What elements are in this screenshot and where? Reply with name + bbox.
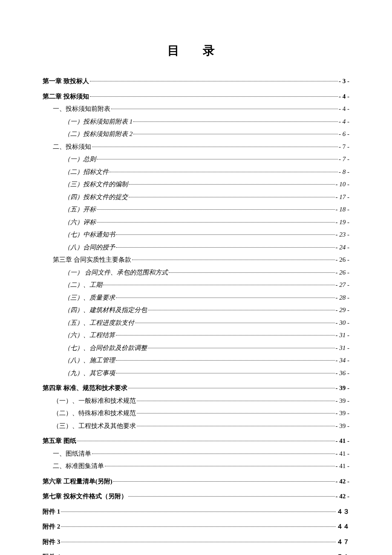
- toc-entry-page: - 31 -: [336, 330, 350, 341]
- toc-entry-label: （七）中标通知书: [64, 229, 115, 240]
- toc-entry-label: （二）、特殊标准和技术规范: [53, 408, 136, 419]
- toc-entry: （六）、工程结算- 31 -: [64, 330, 349, 341]
- toc-entry-page: - 41 -: [336, 436, 350, 447]
- toc-leader-dots: [133, 121, 338, 122]
- toc-entry: 附件 4５１: [43, 552, 349, 555]
- toc-entry-label: 一、图纸清单: [53, 448, 91, 460]
- toc-entry: 第四章 标准、规范和技术要求- 39 -: [43, 383, 349, 394]
- toc-entry-label: （一）总则: [64, 154, 96, 165]
- toc-entry: （二）招标文件- 8 -: [64, 167, 349, 178]
- toc-entry-page: - 7 -: [339, 154, 349, 165]
- toc-leader-dots: [113, 481, 335, 482]
- toc-entry: （八）合同的授予- 24 -: [64, 242, 349, 253]
- toc-leader-dots: [137, 413, 335, 413]
- toc-entry-page: - 24 -: [336, 242, 350, 253]
- toc-entry-label: （三）、质量要求: [64, 292, 115, 304]
- toc-leader-dots: [133, 134, 338, 134]
- toc-leader-dots: [116, 247, 335, 248]
- toc-entry-label: （一）投标须知前附表 1: [64, 116, 133, 127]
- toc-entry-page: - 39 -: [336, 383, 350, 394]
- toc-entry-label: （二）招标文件: [64, 167, 109, 178]
- toc-leader-dots: [61, 542, 336, 542]
- toc-leader-dots: [116, 373, 335, 373]
- toc-entry-label: 附件 2: [43, 521, 60, 532]
- toc-entry: （七）中标通知书- 23 -: [64, 229, 349, 240]
- toc-entry-page: - 10 -: [336, 179, 350, 190]
- toc-entry-page: - 41 -: [336, 448, 350, 460]
- toc-entry: 第一章 致投标人- 3 -: [43, 76, 349, 87]
- toc-leader-dots: [97, 209, 335, 210]
- toc-entry-page: ５１: [337, 552, 349, 555]
- toc-entry: 第五章 图纸- 41 -: [43, 436, 349, 447]
- toc-leader-dots: [92, 147, 338, 147]
- toc-entry-label: （一） 合同文件、承包的范围和方式: [64, 267, 168, 278]
- toc-leader-dots: [116, 360, 335, 361]
- toc-entry-label: （四）、建筑材料及指定分包: [64, 305, 147, 316]
- toc-entry-label: （七）、合同价款及价款调整: [64, 343, 147, 354]
- toc-entry: 附件 2４４: [43, 521, 349, 532]
- toc-entry-label: （九）、其它事项: [64, 368, 115, 379]
- toc-entry-label: （五）开标: [64, 204, 96, 215]
- toc-entry-label: 第四章 标准、规范和技术要求: [43, 383, 127, 394]
- toc-entry: （二）投标须知前附表 2- 6 -: [64, 129, 349, 140]
- toc-entry-page: - 7 -: [339, 142, 349, 153]
- toc-entry-label: 第五章 图纸: [43, 436, 76, 447]
- toc-entry-page: ４７: [337, 537, 349, 548]
- toc-entry: 第七章 投标文件格式（另附）- 42 -: [43, 491, 349, 502]
- toc-entry-label: （五）、工程进度款支付: [64, 318, 134, 329]
- toc-leader-dots: [148, 310, 335, 310]
- toc-entry-page: - 30 -: [336, 318, 350, 329]
- toc-entry: （一）、一般标准和技术规范- 39 -: [53, 396, 349, 407]
- toc-entry-page: - 28 -: [336, 292, 350, 304]
- toc-entry: 一、图纸清单- 41 -: [53, 448, 349, 460]
- toc-entry: （二）、特殊标准和技术规范- 39 -: [53, 408, 349, 419]
- toc-entry: 第六章 工程量清单(另附)- 42 -: [43, 476, 349, 487]
- toc-leader-dots: [169, 272, 335, 273]
- toc-leader-dots: [116, 335, 335, 335]
- toc-entry-page: - 39 -: [336, 408, 350, 419]
- toc-entry-label: （六）评标: [64, 217, 96, 228]
- toc-entry-label: 第七章 投标文件格式（另附）: [43, 491, 127, 502]
- toc-entry: （六）评标- 19 -: [64, 217, 349, 228]
- toc-container: 第一章 致投标人- 3 -第二章 投标须知- 4 -一、投标须知前附表- 4 -…: [43, 76, 349, 555]
- toc-entry-label: （四）投标文件的提交: [64, 192, 128, 203]
- toc-entry-page: - 4 -: [339, 104, 349, 115]
- toc-leader-dots: [128, 388, 335, 388]
- toc-entry-label: 第一章 致投标人: [43, 76, 89, 87]
- toc-leader-dots: [129, 197, 335, 197]
- toc-entry: （一） 合同文件、承包的范围和方式- 26 -: [64, 267, 349, 278]
- toc-entry-label: （八）、施工管理: [64, 355, 115, 366]
- toc-entry-label: 第三章 合同实质性主要条款: [53, 254, 131, 266]
- toc-leader-dots: [132, 260, 335, 260]
- toc-leader-dots: [148, 348, 335, 348]
- toc-leader-dots: [111, 109, 338, 109]
- toc-entry: （二）、工期- 27 -: [64, 280, 349, 291]
- toc-entry-page: - 42 -: [336, 491, 350, 502]
- toc-entry-page: - 18 -: [336, 204, 350, 215]
- toc-entry-page: - 8 -: [339, 167, 349, 178]
- toc-leader-dots: [116, 298, 335, 298]
- toc-leader-dots: [61, 512, 336, 512]
- toc-entry-label: （三）、工程技术及其他要求: [53, 421, 136, 432]
- toc-entry-label: （三）投标文件的编制: [64, 179, 128, 190]
- toc-entry: 第三章 合同实质性主要条款- 26 -: [53, 254, 349, 266]
- toc-entry-page: - 3 -: [339, 76, 349, 87]
- toc-entry-label: 附件 3: [43, 537, 60, 548]
- toc-entry-page: - 27 -: [336, 280, 350, 291]
- toc-entry-page: - 6 -: [339, 129, 349, 140]
- toc-entry: （三）、工程技术及其他要求- 39 -: [53, 421, 349, 432]
- toc-entry: （七）、合同价款及价款调整- 31 -: [64, 343, 349, 354]
- toc-leader-dots: [61, 526, 336, 527]
- toc-leader-dots: [116, 234, 335, 235]
- toc-leader-dots: [135, 323, 335, 323]
- toc-entry: 附件 1４３: [43, 506, 349, 517]
- toc-leader-dots: [90, 96, 338, 97]
- toc-entry: 第二章 投标须知- 4 -: [43, 91, 349, 102]
- toc-leader-dots: [128, 496, 335, 497]
- toc-entry-label: （八）合同的授予: [64, 242, 115, 253]
- toc-entry-label: 二、投标须知: [53, 142, 91, 153]
- toc-leader-dots: [97, 222, 335, 223]
- toc-entry-page: - 23 -: [336, 229, 350, 240]
- toc-entry-label: 第二章 投标须知: [43, 91, 89, 102]
- toc-leader-dots: [97, 159, 338, 159]
